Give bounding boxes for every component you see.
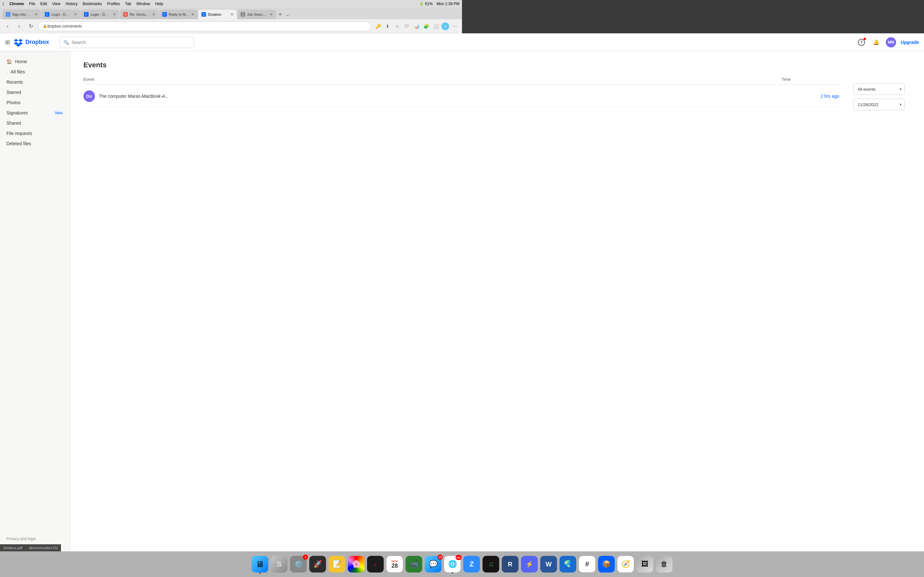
address-input[interactable]: 🔒 dropbox.com/events	[38, 21, 372, 31]
sidebar-item-home[interactable]: 🏠 Home	[0, 56, 70, 67]
tab-favicon: J	[241, 12, 245, 17]
sidebar: 🏠 Home › All files Recents Starred Photo…	[0, 51, 71, 288]
share-icon[interactable]: ⬆	[384, 23, 391, 30]
events-table-wrapper: Event Time DU The computer Maras-MacBook…	[83, 77, 462, 117]
sidebar-item-shared[interactable]: Shared	[0, 118, 70, 128]
menubar-right: 🔋 61% Mon 1:39 PM	[419, 2, 459, 6]
user-profile-icon[interactable]: U	[441, 23, 449, 30]
tab-favicon: D	[202, 12, 206, 17]
menu-chrome[interactable]: Chrome	[9, 2, 24, 6]
main-area: Events Event Time DU The computer Maras-…	[71, 51, 462, 288]
menu-edit[interactable]: Edit	[40, 2, 47, 6]
mac-menubar:  Chrome File Edit View History Bookmark…	[0, 0, 462, 8]
tab-favicon: M	[123, 12, 128, 17]
home-icon: 🏠	[6, 59, 12, 64]
url-text: dropbox.com/events	[47, 24, 82, 29]
tab-close-btn[interactable]: ✕	[230, 12, 234, 17]
sidebar-label-photos: Photos	[6, 100, 64, 105]
apple-menu[interactable]: 	[3, 1, 4, 6]
tab-label: Re: Geniu...	[129, 13, 149, 16]
tab-overflow-button[interactable]: ⌄	[284, 10, 291, 19]
tab-label: Login - D...	[90, 13, 108, 16]
tab-close-btn[interactable]: ✕	[113, 12, 116, 17]
tab-close-btn[interactable]: ✕	[74, 12, 77, 17]
dropbox-logo[interactable]: Dropbox	[14, 38, 49, 47]
event-avatar: DU	[83, 90, 95, 102]
back-button[interactable]: ‹	[3, 22, 12, 31]
search-input[interactable]	[71, 40, 190, 45]
new-tab-button[interactable]: +	[276, 10, 284, 19]
menu-window[interactable]: Window	[136, 2, 150, 6]
tab-close-btn[interactable]: ✕	[152, 12, 155, 17]
tab-login2[interactable]: D Login - D... ✕	[81, 10, 120, 19]
reload-button[interactable]: ↻	[26, 22, 35, 31]
sidebar-label-recents: Recents	[6, 79, 64, 85]
events-table-header: Event Time	[83, 77, 462, 85]
tab-jobsearch[interactable]: J Job Searc... ✕	[237, 10, 276, 19]
tab-label: Sign into ...	[12, 13, 30, 16]
sidebar-label-filerequests: File requests	[6, 131, 64, 136]
search-bar[interactable]: 🔍	[59, 37, 194, 48]
dropbox-app: ⊞ Dropbox 🔍 ? 🔔	[0, 33, 462, 288]
menu-history[interactable]: History	[65, 2, 78, 6]
tab-close-btn[interactable]: ✕	[270, 12, 273, 17]
tab-favicon: D	[84, 12, 89, 17]
tab-bar: S Sign into ... ✕ D Login - D... ✕ D Log…	[0, 8, 462, 19]
tab-label: Dropbox	[208, 13, 221, 16]
tab-gmail[interactable]: M Re: Geniu... ✕	[120, 10, 158, 19]
chevron-icon: ›	[6, 70, 7, 74]
menu-help[interactable]: Help	[155, 2, 163, 6]
sidebar-item-recents[interactable]: Recents	[0, 77, 70, 87]
clock: Mon 1:39 PM	[437, 2, 459, 6]
sidebar-label-home: Home	[15, 59, 64, 64]
tab-signin[interactable]: S Sign into ... ✕	[3, 10, 41, 19]
dropbox-topbar: ⊞ Dropbox 🔍 ? 🔔	[0, 33, 462, 51]
tab-reply[interactable]: D Reply to M... ✕	[159, 10, 198, 19]
more-options-icon[interactable]: ⋯	[451, 23, 459, 30]
main-content-wrapper: 🏠 Home › All files Recents Starred Photo…	[0, 51, 462, 288]
shield-icon[interactable]: 🛡	[403, 23, 411, 30]
sidebar-label-allfiles: All files	[11, 69, 64, 74]
tab-close-btn[interactable]: ✕	[191, 12, 194, 17]
address-icons: 🔑 ⬆ ☆ 🛡 📊 🧩 ⬜ U ⋯	[374, 23, 459, 30]
tab-label: Job Searc...	[247, 13, 266, 16]
sidebar-label-starred: Starred	[6, 90, 64, 95]
star-icon[interactable]: ☆	[393, 23, 401, 30]
event-text: The computer Maras-MacBook-A...	[99, 93, 462, 99]
menu-tab[interactable]: Tab	[125, 2, 131, 6]
tab-favicon: D	[45, 12, 49, 17]
tab-dropbox[interactable]: D Dropbox ✕	[198, 10, 237, 19]
tab-close-btn[interactable]: ✕	[35, 12, 38, 17]
bar-chart-icon[interactable]: 📊	[413, 23, 420, 30]
sidebar-item-deletedfiles[interactable]: Deleted files	[0, 139, 70, 149]
menu-profiles[interactable]: Profiles	[107, 2, 120, 6]
battery-status: 🔋 61%	[419, 2, 433, 6]
tab-label: Reply to M...	[169, 13, 189, 16]
menu-file[interactable]: File	[29, 2, 35, 6]
address-bar: ‹ › ↻ 🔒 dropbox.com/events 🔑 ⬆ ☆ 🛡 📊 🧩 ⬜…	[0, 19, 462, 33]
extension-icon[interactable]: 🧩	[422, 23, 430, 30]
tab-favicon: S	[6, 12, 10, 17]
dropbox-logo-text: Dropbox	[25, 39, 49, 45]
sidebar-label-shared: Shared	[6, 121, 64, 126]
sidebar-item-photos[interactable]: Photos	[0, 97, 70, 108]
key-icon[interactable]: 🔑	[374, 23, 382, 30]
split-view-icon[interactable]: ⬜	[432, 23, 439, 30]
search-icon: 🔍	[63, 40, 69, 45]
event-computer-name: Maras-MacBook-A...	[128, 93, 169, 99]
tab-login1[interactable]: D Login - D... ✕	[42, 10, 80, 19]
col-header-event: Event	[83, 77, 462, 82]
sidebar-item-filerequests[interactable]: File requests	[0, 128, 70, 139]
menu-view[interactable]: View	[52, 2, 61, 6]
sidebar-label-signatures: Signatures	[6, 110, 50, 115]
menu-bookmarks[interactable]: Bookmarks	[83, 2, 102, 6]
table-row: DU The computer Maras-MacBook-A... 2 hrs…	[83, 86, 462, 107]
sidebar-item-allfiles[interactable]: › All files	[0, 67, 70, 77]
grid-icon[interactable]: ⊞	[5, 39, 10, 46]
sidebar-item-starred[interactable]: Starred	[0, 87, 70, 97]
sidebar-item-signatures[interactable]: Signatures New	[0, 108, 70, 118]
events-content: Event Time DU The computer Maras-MacBook…	[83, 77, 462, 117]
forward-button[interactable]: ›	[15, 22, 24, 31]
page-title: Events	[83, 61, 462, 69]
tab-label: Login - D...	[51, 13, 69, 16]
